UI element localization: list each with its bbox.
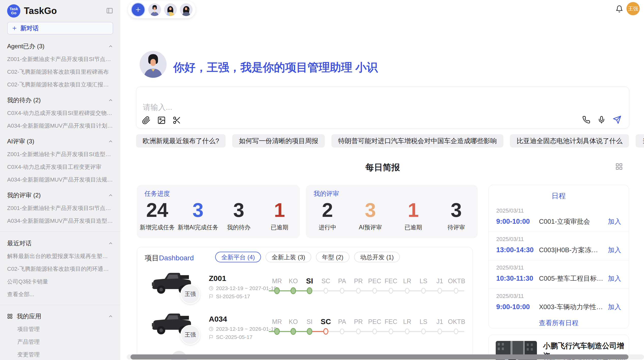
new-session-button[interactable]: [131, 3, 145, 17]
filter-chip[interactable]: 全新平台 (4): [215, 252, 261, 262]
suggestion-chip[interactable]: 比亚迪全固态电池计划具体说了什么: [510, 134, 629, 147]
app-item[interactable]: 变更管理: [17, 351, 113, 358]
sidebar-collapse-icon[interactable]: [106, 7, 113, 14]
paperclip-icon[interactable]: [142, 116, 151, 125]
recent-view-all-link[interactable]: 查看全部...: [7, 291, 113, 298]
app-item[interactable]: 产品管理: [17, 338, 113, 346]
image-icon[interactable]: [157, 116, 166, 125]
horizontal-scrollbar-thumb[interactable]: [130, 354, 628, 359]
chevron-up-icon[interactable]: [108, 314, 113, 319]
sidebar-item[interactable]: A034-全新新能源MUV产品开发项目计划变更表编写: [7, 122, 113, 130]
milestone-node[interactable]: OKTB: [448, 277, 464, 296]
sidebar-item[interactable]: C02-飞腾新能源轻客改款项目立项汇报方案: [7, 81, 113, 88]
section-header[interactable]: Agent已办 (3): [7, 42, 113, 50]
section-title: 我的评审 (2): [7, 191, 41, 199]
milestone-node[interactable]: PA: [334, 317, 350, 337]
chevron-up-icon[interactable]: [108, 139, 113, 144]
milestone-node[interactable]: SC: [318, 317, 334, 337]
recent-chats-header[interactable]: 最近对话: [7, 239, 113, 247]
section-header[interactable]: 我的待办 (2): [7, 96, 113, 104]
section-header[interactable]: 我的评审 (2): [7, 191, 113, 199]
project-name[interactable]: Z001: [209, 274, 226, 283]
milestone-node[interactable]: PR: [350, 317, 367, 337]
section-header[interactable]: AI评审 (3): [7, 137, 113, 145]
milestone-label: OKTB: [448, 277, 464, 285]
milestone-node[interactable]: LR: [399, 317, 415, 337]
sidebar-item[interactable]: A034-全新新能源MUV产品开发项目法规符合性评审: [7, 176, 113, 184]
chat-input[interactable]: [142, 102, 500, 118]
milestone-node[interactable]: J1: [432, 277, 448, 296]
layout-grid-icon[interactable]: [615, 163, 623, 170]
avatar[interactable]: [148, 3, 161, 16]
milestone-node[interactable]: LS: [415, 277, 432, 296]
milestone-label: SC: [318, 277, 334, 285]
sidebar-item[interactable]: C0X4-动力总成开发项目工程变更评审: [7, 163, 113, 171]
event-join-link[interactable]: 加入: [608, 246, 621, 254]
new-chat-button[interactable]: 新对话: [7, 22, 113, 35]
suggestion-chip[interactable]: 当下年轻人对汽车外观有怎样的喜好趋势: [636, 134, 644, 147]
milestone-node[interactable]: MR: [269, 277, 285, 296]
send-icon[interactable]: [613, 115, 621, 124]
milestone-node[interactable]: PA: [334, 277, 350, 296]
milestone-node[interactable]: LR: [399, 277, 415, 296]
scissors-icon[interactable]: [172, 116, 181, 125]
chat-input-card: [136, 87, 629, 128]
sidebar-item[interactable]: C0X4-动力总成开发项目SI里程碑提交物检查: [7, 109, 113, 117]
milestone-dot: [421, 328, 426, 334]
daily-briefing-title: 每日简报: [136, 162, 629, 173]
notification-bell-icon[interactable]: [616, 5, 623, 13]
avatar[interactable]: [164, 3, 177, 16]
suggestion-chip[interactable]: 如何写一份清晰的项目周报: [232, 134, 325, 147]
microphone-icon[interactable]: [597, 116, 606, 124]
milestone-dot-zone: [269, 285, 285, 296]
sidebar-item[interactable]: Z001-全新燃油轻卡产品开发项目SI节点属性5D文件评审: [7, 204, 113, 212]
milestone-node[interactable]: SC: [318, 277, 334, 296]
recent-chat-item[interactable]: 公司Q3轻卡销量: [7, 278, 113, 286]
phone-icon[interactable]: [582, 116, 590, 124]
milestone-node[interactable]: KO: [285, 317, 301, 337]
sidebar-item[interactable]: Z001-全新燃油皮卡产品开发项目SI节点Lesson Learn报告: [7, 55, 113, 63]
recent-chat-item[interactable]: C02-飞腾新能源轻客改款项目的闭环通告反馈情况: [7, 265, 113, 273]
chevron-up-icon[interactable]: [108, 98, 113, 103]
recent-chat-item[interactable]: 解释最新出台的欧盟报废车法规再生塑料比例被调到15%...: [7, 252, 113, 260]
sidebar-item[interactable]: C02-飞腾新能源轻客改款项目里程碑画布: [7, 68, 113, 76]
chevron-up-icon[interactable]: [108, 44, 113, 49]
chevron-up-icon[interactable]: [108, 193, 113, 198]
my-apps-header[interactable]: 我的应用: [7, 312, 113, 320]
event-join-link[interactable]: 加入: [608, 274, 621, 283]
filter-chip[interactable]: 动总开发 (1): [354, 252, 400, 262]
flag-icon: [209, 335, 213, 339]
milestone-node[interactable]: KO: [285, 277, 301, 296]
project-dates: 2023-12-19 ~ 2026-01-19: [209, 326, 277, 332]
milestone-node[interactable]: PR: [350, 277, 367, 296]
milestone-node[interactable]: SI: [301, 317, 318, 337]
milestone-dot-zone: [399, 285, 415, 296]
milestone-node[interactable]: FEC: [383, 317, 399, 337]
avatar[interactable]: [180, 3, 193, 16]
suggestion-chip[interactable]: 特朗普可能对进口汽车增税会对中国车企造成哪些影响: [331, 134, 503, 147]
milestone-node[interactable]: OKTB: [448, 317, 464, 337]
user-avatar[interactable]: 王强: [626, 2, 640, 15]
view-all-schedule-link[interactable]: 查看所有日程: [489, 319, 629, 327]
milestone-node[interactable]: PEC: [367, 317, 383, 337]
milestone-label: MR: [269, 317, 285, 326]
event-join-link[interactable]: 加入: [608, 217, 621, 226]
milestone-node[interactable]: SI: [301, 277, 318, 296]
sidebar-item[interactable]: Z001-全新燃油轻卡产品开发项目SI造型提交物评审: [7, 151, 113, 158]
filter-chip[interactable]: 全新上装 (3): [266, 252, 311, 262]
suggestion-chip[interactable]: 欧洲新规最近颁布了什么?: [136, 134, 226, 147]
milestone-node[interactable]: J1: [432, 317, 448, 337]
milestone-dot: [307, 328, 312, 335]
event-join-link[interactable]: 加入: [608, 303, 621, 311]
milestone-label: KO: [285, 277, 301, 285]
filter-chip[interactable]: 年型 (2): [316, 252, 349, 262]
milestone-node[interactable]: LS: [415, 317, 432, 337]
milestone-node[interactable]: MR: [269, 317, 285, 337]
milestone-label: OKTB: [448, 317, 464, 326]
milestone-node[interactable]: FEC: [383, 277, 399, 296]
app-item[interactable]: 项目管理: [17, 325, 113, 333]
chevron-up-icon[interactable]: [108, 241, 113, 246]
sidebar-item[interactable]: A034-全新新能源MUV产品开发项目造型可行性评审: [7, 217, 113, 225]
milestone-node[interactable]: PEC: [367, 277, 383, 296]
project-name[interactable]: A034: [209, 315, 227, 323]
